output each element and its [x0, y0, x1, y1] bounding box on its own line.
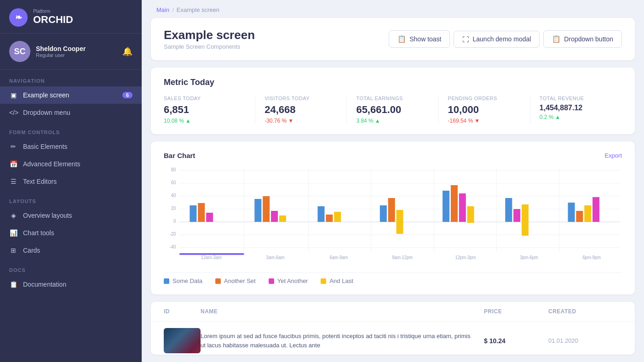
metric-change: 0.2 % ▲	[540, 114, 613, 120]
arrow-up-icon: ▲	[375, 118, 380, 124]
svg-text:80: 80	[171, 167, 176, 172]
brand-name: ORCHID	[33, 14, 73, 26]
arrow-down-icon: ▼	[474, 118, 480, 124]
svg-rect-34	[451, 185, 458, 222]
notification-bell-icon[interactable]: 🔔	[122, 46, 132, 57]
table-cell-price: $ 10.24	[484, 337, 548, 345]
breadcrumb-current: Example screen	[177, 6, 219, 13]
svg-text:12am-3am: 12am-3am	[201, 255, 222, 260]
sidebar-item-advanced-elements[interactable]: 📅 Advanced Elements	[0, 155, 142, 173]
legend-dot	[321, 278, 326, 284]
sidebar-badge: 6	[122, 92, 132, 98]
sidebar-item-documentation[interactable]: 📋 Documentation	[0, 276, 142, 293]
legend-item-and-last: And Last	[321, 277, 353, 284]
launch-demo-modal-button[interactable]: ⛶ Launch demo modal	[454, 31, 540, 48]
svg-rect-33	[443, 191, 449, 222]
svg-text:12pm-3pm: 12pm-3pm	[455, 255, 476, 260]
svg-text:40: 40	[171, 193, 176, 198]
chart-header: Bar Chart Export	[164, 152, 622, 159]
sidebar-item-text-editors[interactable]: ☰ Text Editors	[0, 173, 142, 190]
metric-change: 3.84 % ▲	[356, 118, 429, 124]
arrow-up-icon: ▲	[185, 118, 191, 124]
metric-change: -30.76 % ▼	[264, 118, 337, 124]
show-toast-label: Show toast	[409, 35, 441, 43]
doc-icon: 📋	[9, 281, 17, 288]
user-name: Sheldon Cooper	[36, 45, 117, 52]
svg-rect-30	[380, 205, 387, 222]
svg-text:-40: -40	[170, 244, 176, 249]
arrow-up-icon: ▲	[555, 114, 560, 120]
svg-text:20: 20	[171, 206, 176, 211]
svg-rect-36	[467, 206, 474, 223]
docs-section-label: Docs	[0, 259, 142, 276]
sidebar-item-label: Basic Elements	[23, 143, 67, 150]
legend-item-yet-another: Yet Another	[269, 277, 308, 284]
svg-rect-25	[271, 211, 278, 222]
platform-label: Platform	[33, 9, 73, 14]
sidebar-item-basic-elements[interactable]: ✏ Basic Elements	[0, 138, 142, 155]
user-profile: SC Sheldon Cooper Regular user 🔔	[0, 33, 142, 70]
dropdown-button[interactable]: 📋 Dropdown button	[543, 30, 622, 48]
sidebar-item-chart-tools[interactable]: 📊 Chart tools	[0, 224, 142, 242]
svg-rect-27	[318, 206, 325, 222]
sidebar-item-label: Overview layouts	[23, 212, 72, 219]
chart-title: Bar Chart	[164, 152, 195, 159]
sidebar-item-example-screen[interactable]: ▣ Example screen 6	[0, 86, 142, 104]
show-toast-button[interactable]: 📋 Show toast	[389, 30, 450, 48]
sidebar-item-cards[interactable]: ⊞ Cards	[0, 242, 142, 259]
metric-label: Total Earnings	[356, 96, 429, 101]
metric-value: 65,661.00	[356, 104, 429, 116]
user-info: Sheldon Cooper Regular user	[36, 45, 117, 58]
svg-text:6am-9am: 6am-9am	[330, 255, 348, 260]
layouts-section-label: Layouts	[0, 190, 142, 207]
breadcrumb: Main / Example screen	[142, 0, 644, 13]
sidebar-item-dropdown-menu[interactable]: </> Dropdown menu	[0, 104, 142, 121]
breadcrumb-root[interactable]: Main	[156, 6, 169, 13]
svg-rect-31	[388, 198, 395, 222]
svg-text:3pm-6pm: 3pm-6pm	[520, 255, 538, 260]
col-name: Name	[201, 308, 484, 315]
svg-rect-22	[206, 213, 213, 222]
metric-value: 6,851	[164, 104, 246, 116]
header-actions: 📋 Show toast ⛶ Launch demo modal 📋 Dropd…	[389, 30, 622, 48]
metric-total-revenue: Total Revenue 1,454,887.12 0.2 % ▲	[530, 96, 622, 124]
metric-total-earnings: Total Earnings 65,661.00 3.84 % ▲	[347, 96, 438, 124]
svg-rect-40	[568, 203, 575, 222]
metric-sales-today: Sales Today 6,851 10.08 % ▲	[164, 96, 255, 124]
col-price: Price	[484, 308, 548, 315]
svg-rect-43	[592, 197, 599, 222]
sidebar-item-label: Chart tools	[23, 229, 54, 237]
sidebar: ❧ Platform ORCHID SC Sheldon Cooper Regu…	[0, 0, 142, 362]
arrow-down-icon: ▼	[288, 118, 293, 124]
metric-change: 10.08 % ▲	[164, 118, 246, 124]
legend-item-another-set: Another Set	[215, 277, 256, 284]
chart-legend: Some Data Another Set Yet Another And La…	[164, 272, 622, 284]
bar-chart-svg: 80 60 40 20 0 -20 -40	[164, 165, 622, 266]
page-subtitle: Sample Screen Components	[164, 43, 255, 50]
export-button[interactable]: Export	[604, 152, 622, 159]
table-cell-name: Lorem ipsum at sed ad fusce faucibus pri…	[201, 332, 484, 350]
svg-rect-32	[397, 210, 403, 234]
svg-rect-23	[254, 199, 261, 222]
svg-rect-38	[513, 209, 520, 222]
svg-text:3am-6am: 3am-6am	[266, 255, 285, 260]
dropdown-button-label: Dropdown button	[564, 35, 613, 43]
svg-rect-29	[334, 212, 341, 222]
launch-demo-label: Launch demo modal	[472, 35, 531, 43]
cards-icon: ⊞	[9, 247, 17, 254]
metric-pending-orders: Pending Orders 10,000 -169.54 % ▼	[439, 96, 530, 124]
col-id: ID	[164, 308, 201, 315]
sidebar-item-label: Documentation	[23, 281, 66, 288]
svg-rect-24	[263, 196, 270, 222]
metric-visitors-today: Visitors Today 24,668 -30.76 % ▼	[255, 96, 347, 124]
page-title-block: Example screen Sample Screen Components	[164, 28, 255, 50]
calendar-icon: 📅	[9, 160, 17, 168]
legend-label: Another Set	[224, 277, 256, 284]
svg-rect-41	[576, 211, 583, 222]
layers-icon: ◈	[9, 212, 17, 219]
user-role: Regular user	[36, 52, 117, 58]
metrics-title: Metric Today	[164, 78, 622, 87]
sidebar-item-label: Advanced Elements	[23, 160, 80, 168]
legend-label: And Last	[329, 277, 353, 284]
sidebar-item-overview-layouts[interactable]: ◈ Overview layouts	[0, 207, 142, 224]
